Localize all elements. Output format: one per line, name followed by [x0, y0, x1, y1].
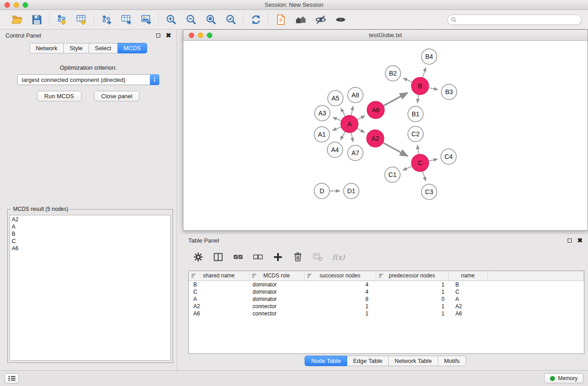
- column-header-shared-name[interactable]: shared name: [189, 271, 249, 281]
- create-column-button[interactable]: [272, 252, 283, 262]
- zoom-in-icon: [166, 14, 177, 25]
- mcds-result-fieldset: MCDS result (5 nodes) A2ABCA6: [7, 206, 173, 363]
- table-toolbar: f(x): [186, 247, 344, 267]
- memory-label: Memory: [558, 375, 578, 381]
- memory-button[interactable]: Memory: [544, 373, 583, 383]
- edge-A-A3[interactable]: [333, 117, 341, 120]
- edge-B-B1[interactable]: [417, 95, 419, 103]
- column-header-predecessor-nodes[interactable]: predecessor nodes: [376, 271, 448, 281]
- table-row[interactable]: A2connector11A2: [189, 303, 584, 310]
- save-session-button[interactable]: [30, 13, 43, 26]
- tab-network[interactable]: Network: [29, 43, 64, 53]
- export-table-button[interactable]: [120, 13, 133, 26]
- table-row[interactable]: Adominator80A: [189, 295, 584, 303]
- edge-A-A7[interactable]: [351, 133, 353, 142]
- delete-table-button[interactable]: [312, 252, 323, 262]
- table-cell: A6: [448, 310, 488, 317]
- graph-node-label-A: A: [347, 120, 352, 128]
- close-panel-icon[interactable]: ✖: [166, 33, 171, 38]
- columns-icon: [213, 252, 223, 262]
- edge-C-C3[interactable]: [423, 172, 426, 181]
- task-history-button[interactable]: [5, 373, 19, 384]
- close-table-panel-icon[interactable]: ✖: [577, 238, 583, 243]
- app-title: Session: New Session: [0, 1, 588, 8]
- zoom-fit-button[interactable]: [205, 13, 217, 26]
- deselect-all-button[interactable]: [253, 252, 263, 262]
- edge-A-A6[interactable]: [358, 116, 365, 120]
- network-window-titlebar[interactable]: testGlobe.txt: [183, 30, 588, 41]
- show-columns-button[interactable]: [213, 252, 224, 262]
- column-header-filler: [488, 271, 584, 281]
- export-image-button[interactable]: [140, 13, 153, 26]
- tab-network-table[interactable]: Network Table: [389, 356, 438, 366]
- home-button[interactable]: [294, 13, 307, 26]
- table-row[interactable]: Bdominator41B: [189, 281, 584, 288]
- edge-A-A1[interactable]: [332, 127, 341, 130]
- edge-A-A5[interactable]: [341, 108, 345, 116]
- edge-B-B4[interactable]: [423, 67, 426, 77]
- column-header-name[interactable]: name: [448, 271, 488, 281]
- zoom-in-button[interactable]: [165, 13, 177, 26]
- import-table-button[interactable]: [75, 13, 88, 26]
- table-cell: 1: [376, 281, 448, 288]
- edge-A2-C[interactable]: [383, 143, 408, 157]
- criterion-dropdown[interactable]: largest connected component (directed) ▲…: [17, 74, 159, 85]
- column-header-successor-nodes[interactable]: successor nodes: [304, 271, 376, 281]
- tab-node-table[interactable]: Node Table: [305, 356, 347, 366]
- graph-node-label-B: B: [418, 82, 422, 90]
- node-table-container: shared name MCDS role successor nodes pr…: [188, 271, 584, 354]
- mcds-result-item[interactable]: C: [12, 238, 168, 245]
- network-canvas[interactable]: B4B2BB3A5A8A6B1A3AC2A1A2A4A7C4CC1C3DD1: [183, 41, 588, 230]
- mcds-result-list[interactable]: A2ABCA6: [10, 215, 171, 361]
- export-network-button[interactable]: [100, 13, 113, 26]
- table-cell: C: [189, 288, 249, 295]
- table-row[interactable]: Cdominator41C: [189, 288, 584, 295]
- search-input[interactable]: [447, 14, 582, 25]
- table-cell: 1: [376, 310, 448, 317]
- select-all-button[interactable]: [233, 252, 244, 262]
- import-network-button[interactable]: [55, 13, 68, 26]
- app-titlebar: Session: New Session: [0, 0, 588, 10]
- edge-A-A4[interactable]: [340, 132, 345, 140]
- function-builder-button[interactable]: f(x): [332, 253, 344, 262]
- edge-C-C2[interactable]: [417, 145, 419, 154]
- refresh-icon: [250, 14, 262, 25]
- mcds-result-item[interactable]: A: [12, 223, 168, 230]
- delete-column-button[interactable]: [292, 252, 303, 262]
- graph-node-label-A8: A8: [351, 91, 359, 99]
- float-panel-icon[interactable]: [156, 33, 160, 38]
- tab-select[interactable]: Select: [89, 43, 118, 53]
- float-table-panel-icon[interactable]: [568, 238, 572, 243]
- show-graphics-details-button[interactable]: [334, 13, 347, 26]
- edge-B-B2[interactable]: [403, 78, 412, 82]
- edge-A6-B[interactable]: [384, 93, 408, 106]
- close-panel-button[interactable]: Close panel: [94, 91, 140, 101]
- table-cell: B: [189, 281, 249, 288]
- refresh-layout-button[interactable]: [249, 13, 262, 26]
- edge-A-A8[interactable]: [351, 106, 353, 115]
- graph-node-label-B1: B1: [411, 110, 419, 118]
- tab-mcds[interactable]: MCDS: [118, 43, 147, 53]
- table-cell: 1: [304, 310, 376, 317]
- edge-C-C1[interactable]: [403, 167, 412, 170]
- checked-boxes-icon: [233, 252, 243, 262]
- tab-edge-table[interactable]: Edge Table: [347, 356, 389, 366]
- mcds-result-item[interactable]: B: [12, 230, 168, 238]
- column-header-mcds-role[interactable]: MCDS role: [249, 271, 304, 281]
- table-row[interactable]: A6connector11A6: [189, 310, 584, 317]
- zoom-out-button[interactable]: [185, 13, 197, 26]
- edge-C-C4[interactable]: [429, 159, 438, 161]
- table-tabs: Node Table Edge Table Network Table Moti…: [183, 356, 588, 366]
- hide-graphics-details-button[interactable]: [314, 13, 327, 26]
- mcds-result-item[interactable]: A6: [12, 245, 168, 252]
- session-file-button[interactable]: [274, 13, 287, 26]
- edge-A-A2[interactable]: [357, 129, 364, 133]
- tab-style[interactable]: Style: [64, 43, 89, 53]
- table-settings-button[interactable]: [193, 252, 204, 262]
- edge-B-B3[interactable]: [429, 88, 438, 90]
- open-file-button[interactable]: [10, 13, 23, 26]
- zoom-selected-button[interactable]: [225, 13, 237, 26]
- run-mcds-button[interactable]: Run MCDS: [37, 91, 81, 101]
- tab-motifs[interactable]: Motifs: [438, 356, 466, 366]
- mcds-result-item[interactable]: A2: [12, 216, 168, 223]
